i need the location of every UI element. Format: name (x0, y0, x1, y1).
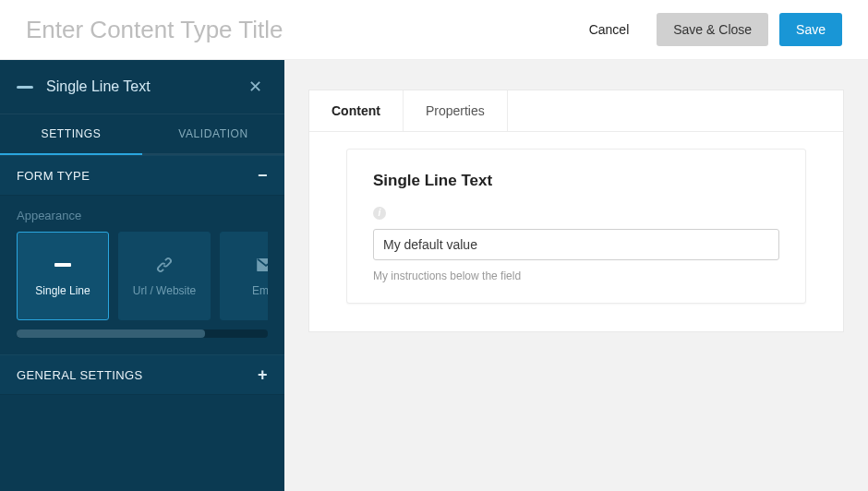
tab-properties[interactable]: Properties (404, 90, 508, 131)
scroll-thumb[interactable] (17, 329, 205, 338)
section-body-form-type: Appearance Single Line Url / Website (0, 196, 284, 354)
section-head-general[interactable]: GENERAL SETTINGS + (0, 354, 284, 395)
main-area: Single Line Text ✕ SETTINGS VALIDATION F… (0, 60, 868, 491)
appearance-tile-single-line[interactable]: Single Line (17, 232, 109, 320)
tile-label: Single Line (35, 284, 90, 297)
tab-validation[interactable]: VALIDATION (142, 114, 284, 155)
link-icon (154, 255, 175, 275)
sidebar-tabs: SETTINGS VALIDATION (0, 114, 284, 155)
appearance-label: Appearance (17, 209, 268, 222)
collapse-icon: − (258, 167, 268, 184)
appearance-tiles: Single Line Url / Website Email (17, 232, 268, 320)
expand-icon: + (258, 366, 268, 383)
settings-sidebar: Single Line Text ✕ SETTINGS VALIDATION F… (0, 60, 284, 491)
cancel-button[interactable]: Cancel (573, 13, 646, 46)
field-instructions: My instructions below the field (373, 269, 779, 282)
save-close-button[interactable]: Save & Close (657, 13, 768, 46)
header-actions: Cancel Save & Close Save (573, 13, 842, 46)
email-icon (256, 255, 268, 275)
preview-panel: Content Properties Single Line Text i My… (284, 60, 868, 491)
content-type-title-input[interactable] (26, 16, 524, 44)
appearance-tile-email[interactable]: Email (220, 232, 268, 320)
tile-scrollbar[interactable] (17, 329, 268, 338)
section-title-form-type: FORM TYPE (17, 169, 90, 183)
section-title-general: GENERAL SETTINGS (17, 368, 143, 382)
field-preview-card: Single Line Text i My instructions below… (346, 149, 806, 304)
field-type-name: Single Line Text (46, 78, 151, 95)
header: Cancel Save & Close Save (0, 0, 868, 60)
tile-label: Email (252, 284, 268, 297)
save-button[interactable]: Save (779, 13, 842, 46)
preview-tabs: Content Properties (309, 90, 843, 132)
preview-text-input[interactable] (373, 229, 779, 260)
section-head-form-type[interactable]: FORM TYPE − (0, 155, 284, 196)
close-icon[interactable]: ✕ (243, 73, 268, 101)
appearance-tile-url[interactable]: Url / Website (118, 232, 211, 320)
single-line-icon (54, 255, 71, 275)
field-title: Single Line Text (373, 172, 779, 190)
sidebar-title-bar: Single Line Text ✕ (0, 60, 284, 114)
tab-content[interactable]: Content (309, 90, 404, 131)
preview-container: Content Properties Single Line Text i My… (308, 90, 844, 332)
tab-settings[interactable]: SETTINGS (0, 114, 142, 155)
minus-icon (17, 86, 33, 89)
tile-label: Url / Website (133, 284, 196, 297)
info-icon: i (373, 207, 386, 220)
